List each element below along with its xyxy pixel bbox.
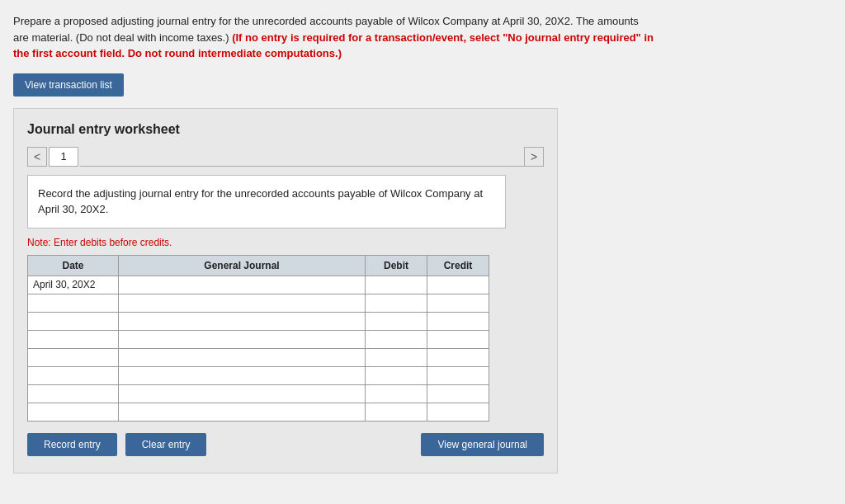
cell-debit-4[interactable]: [366, 348, 427, 366]
table-row: [28, 330, 489, 348]
button-row: Record entry Clear entry View general jo…: [27, 433, 544, 456]
prev-page-button[interactable]: <: [27, 147, 47, 167]
view-general-journal-button[interactable]: View general journal: [421, 433, 544, 456]
nav-row: < 1 >: [27, 147, 544, 167]
cell-date-0[interactable]: April 30, 20X2: [28, 276, 119, 294]
table-row: [28, 384, 489, 403]
col-header-credit: Credit: [427, 255, 489, 276]
table-row: [28, 348, 489, 366]
next-page-button[interactable]: >: [524, 147, 544, 167]
cell-debit-2[interactable]: [366, 312, 427, 330]
cell-journal-1[interactable]: [119, 294, 366, 312]
col-header-journal: General Journal: [119, 255, 366, 276]
cell-credit-0[interactable]: [427, 276, 489, 294]
cell-debit-5[interactable]: [366, 366, 427, 384]
table-row: April 30, 20X2: [28, 276, 489, 294]
cell-credit-1[interactable]: [427, 294, 489, 312]
worksheet-title: Journal entry worksheet: [27, 122, 544, 137]
cell-journal-0[interactable]: [119, 276, 366, 294]
clear-entry-button[interactable]: Clear entry: [125, 433, 207, 456]
col-header-debit: Debit: [366, 255, 427, 276]
cell-journal-4[interactable]: [119, 348, 366, 366]
cell-journal-3[interactable]: [119, 330, 366, 348]
cell-debit-3[interactable]: [366, 330, 427, 348]
cell-journal-2[interactable]: [119, 312, 366, 330]
cell-debit-6[interactable]: [366, 384, 427, 403]
cell-date-6[interactable]: [28, 384, 119, 403]
worksheet-container: Journal entry worksheet < 1 > Record the…: [13, 108, 558, 473]
table-row: [28, 403, 489, 421]
description-box: Record the adjusting journal entry for t…: [27, 175, 506, 228]
note-text: Note: Enter debits before credits.: [27, 237, 544, 248]
cell-date-2[interactable]: [28, 312, 119, 330]
table-row: [28, 366, 489, 384]
table-row: [28, 294, 489, 312]
cell-journal-5[interactable]: [119, 366, 366, 384]
instructions-block: Prepare a proposed adjusting journal ent…: [13, 13, 657, 62]
cell-date-3[interactable]: [28, 330, 119, 348]
view-transaction-button[interactable]: View transaction list: [13, 73, 124, 97]
journal-table: Date General Journal Debit Credit April …: [27, 255, 489, 422]
cell-debit-0[interactable]: [366, 276, 427, 294]
cell-credit-3[interactable]: [427, 330, 489, 348]
cell-debit-7[interactable]: [366, 403, 427, 421]
cell-journal-6[interactable]: [119, 384, 366, 403]
cell-credit-5[interactable]: [427, 366, 489, 384]
record-entry-button[interactable]: Record entry: [27, 433, 117, 456]
nav-tab-line: [80, 147, 524, 167]
cell-date-7[interactable]: [28, 403, 119, 421]
cell-credit-2[interactable]: [427, 312, 489, 330]
page-number: 1: [60, 150, 66, 163]
col-header-date: Date: [28, 255, 119, 276]
cell-journal-7[interactable]: [119, 403, 366, 421]
cell-date-5[interactable]: [28, 366, 119, 384]
cell-date-1[interactable]: [28, 294, 119, 312]
cell-debit-1[interactable]: [366, 294, 427, 312]
table-row: [28, 312, 489, 330]
cell-credit-7[interactable]: [427, 403, 489, 421]
cell-credit-4[interactable]: [427, 348, 489, 366]
cell-credit-6[interactable]: [427, 384, 489, 403]
cell-date-4[interactable]: [28, 348, 119, 366]
page-number-box: 1: [49, 147, 78, 167]
description-text: Record the adjusting journal entry for t…: [38, 187, 483, 216]
table-header-row: Date General Journal Debit Credit: [28, 255, 489, 276]
